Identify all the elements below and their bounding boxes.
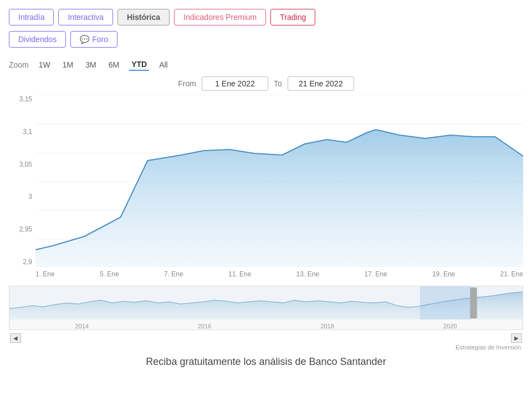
zoom-ytd[interactable]: YTD: [129, 59, 149, 71]
bottom-text: Reciba gratuitamente los análisis de Ban…: [9, 356, 523, 368]
tab-historical[interactable]: Histórica: [117, 9, 170, 25]
zoom-1w[interactable]: 1W: [37, 59, 53, 70]
x-label-1: 5. Ene: [100, 270, 119, 278]
x-label-0: 1. Ene: [35, 270, 55, 278]
mini-chart-wrapper[interactable]: 2014 2016 2018 2020: [9, 286, 523, 330]
x-label-2: 7. Ene: [164, 270, 183, 278]
y-label-3: 3: [9, 193, 35, 200]
x-label-4: 13. Ene: [296, 270, 319, 278]
to-date-input[interactable]: [288, 76, 354, 91]
x-axis: 1. Ene 5. Ene 7. Ene 11. Ene 13. Ene 17.…: [35, 268, 523, 284]
mini-chart-svg: [9, 286, 523, 320]
to-label: To: [274, 79, 282, 88]
y-label-2: 3,05: [9, 161, 35, 168]
x-label-6: 19. Ene: [432, 270, 455, 278]
mini-year-1: 2016: [198, 323, 211, 329]
tabs-row-2: Dividendos 💬 Foro: [9, 31, 523, 48]
nav-arrows: ◀ ▶: [9, 332, 523, 344]
tab-interactive[interactable]: Interactiva: [58, 9, 113, 25]
tab-intraday[interactable]: Intradía: [9, 9, 54, 25]
mini-year-3: 2020: [443, 323, 457, 329]
zoom-all[interactable]: All: [157, 59, 170, 70]
x-label-7: 21. Ene: [500, 270, 523, 278]
zoom-label: Zoom: [9, 60, 29, 69]
zoom-controls: Zoom 1W 1M 3M 6M YTD All: [9, 59, 523, 71]
x-label-5: 17. Ene: [364, 270, 387, 278]
zoom-6m[interactable]: 6M: [106, 59, 121, 70]
y-label-5: 2,9: [9, 258, 35, 266]
mini-chart-labels: 2014 2016 2018 2020: [9, 323, 523, 329]
y-label-0: 3,15: [9, 95, 35, 103]
tab-dividends[interactable]: Dividendos: [9, 31, 66, 48]
chart-svg: [35, 95, 523, 267]
from-label: From: [178, 79, 196, 88]
tab-forum[interactable]: 💬 Foro: [70, 31, 117, 48]
main-chart-container: 3,15 3,1 3,05 3 2,95 2,9: [9, 95, 523, 284]
mini-year-0: 2014: [75, 323, 89, 329]
date-range-row: From To: [9, 76, 523, 91]
y-label-1: 3,1: [9, 128, 35, 136]
forum-icon: 💬: [80, 35, 89, 44]
nav-arrow-right[interactable]: ▶: [511, 333, 522, 343]
zoom-1m[interactable]: 1M: [60, 59, 75, 70]
tab-trading[interactable]: Trading: [270, 9, 315, 25]
nav-arrow-left[interactable]: ◀: [10, 333, 21, 343]
x-label-3: 11. Ene: [228, 270, 251, 278]
strategies-label: Estrategias de Inversión: [9, 344, 523, 351]
svg-rect-9: [470, 287, 477, 318]
mini-year-2: 2018: [321, 323, 334, 329]
from-date-input[interactable]: [202, 76, 268, 91]
main-chart: 3,15 3,1 3,05 3 2,95 2,9: [9, 95, 523, 284]
chart-svg-area: [35, 95, 523, 267]
tabs-row-1: Intradía Interactiva Histórica Indicador…: [9, 9, 523, 25]
zoom-3m[interactable]: 3M: [83, 59, 98, 70]
y-axis: 3,15 3,1 3,05 3 2,95 2,9: [9, 95, 35, 267]
tab-premium[interactable]: Indicadores Premium: [174, 9, 266, 25]
y-label-4: 2,95: [9, 225, 35, 233]
